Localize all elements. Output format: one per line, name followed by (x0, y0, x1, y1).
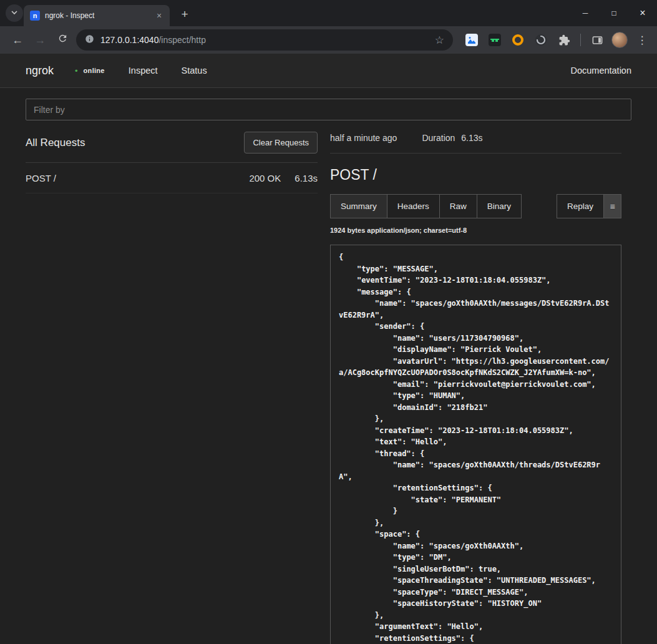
reload-icon (57, 33, 68, 47)
replay-group: Replay ≡ (557, 194, 621, 218)
tab-raw[interactable]: Raw (439, 194, 477, 218)
site-info-icon[interactable] (85, 34, 94, 46)
response-meta: 1924 bytes application/json; charset=utf… (330, 227, 621, 234)
window-close-button[interactable]: × (628, 0, 657, 26)
online-status-dot: • (75, 66, 78, 76)
request-duration: 6.13s (294, 173, 318, 183)
toolbar-divider (580, 34, 581, 46)
requests-panel-title: All Requests (26, 137, 85, 149)
toolbar-icon-cluster: ⋮ (463, 31, 651, 49)
ngrok-header: ngrok • online Inspect Status Documentat… (0, 54, 657, 88)
extensions-puzzle-icon[interactable] (555, 31, 573, 49)
tab-close-icon[interactable]: × (153, 10, 165, 21)
new-tab-button[interactable]: + (176, 6, 193, 23)
tab-search-button[interactable] (6, 4, 23, 22)
ngrok-logo[interactable]: ngrok (26, 64, 54, 77)
replay-menu-toggle[interactable]: ≡ (603, 194, 621, 218)
nav-documentation-link[interactable]: Documentation (570, 66, 631, 76)
browser-tab[interactable]: n ngrok - Inspect × (24, 5, 170, 26)
extension-icon-photos[interactable] (463, 31, 480, 49)
tab-title: ngrok - Inspect (45, 11, 153, 20)
back-button[interactable]: ← (6, 29, 29, 51)
nav-status-link[interactable]: Status (182, 66, 207, 76)
request-duration-wrap: Duration 6.13s (422, 133, 482, 143)
nav-inspect-link[interactable]: Inspect (129, 66, 158, 76)
extension-icon-orange-ring[interactable] (509, 31, 527, 49)
extension-icon-glasses[interactable] (486, 31, 504, 49)
inspect-columns: All Requests Clear Requests POST / 200 O… (26, 127, 631, 644)
tab-summary[interactable]: Summary (330, 194, 387, 218)
duration-value: 6.13s (461, 133, 482, 143)
url-text: 127.0.0.1:4040/inspect/http (100, 35, 206, 45)
url-host: 127.0.0.1:4040 (100, 35, 158, 45)
request-detail-panel: half a minute ago Duration 6.13s POST / … (330, 127, 621, 644)
inspect-content: All Requests Clear Requests POST / 200 O… (0, 88, 657, 644)
bookmark-star-icon[interactable]: ☆ (435, 34, 444, 47)
ngrok-favicon: n (30, 11, 40, 21)
online-status-label: online (84, 67, 105, 74)
tab-binary[interactable]: Binary (477, 194, 522, 218)
duration-label: Duration (422, 133, 455, 143)
url-path: /inspect/http (158, 35, 206, 45)
ngrok-inspect-page: ngrok • online Inspect Status Documentat… (0, 54, 657, 644)
detail-tabs: Summary Headers Raw Binary Replay ≡ (330, 194, 621, 218)
side-panel-icon[interactable] (588, 31, 606, 49)
online-status: • online (75, 66, 105, 76)
request-detail-header: half a minute ago Duration 6.13s (330, 127, 621, 154)
window-controls: ─ □ × (571, 0, 657, 26)
forward-button[interactable]: → (29, 29, 51, 51)
browser-window: n ngrok - Inspect × + ─ □ × ← → 127.0.0.… (0, 0, 657, 644)
browser-toolbar: ← → 127.0.0.1:4040/inspect/http ☆ (0, 26, 657, 54)
chevron-down-icon (11, 7, 18, 19)
replay-button[interactable]: Replay (557, 194, 604, 218)
reload-button[interactable] (51, 29, 74, 51)
request-time-ago: half a minute ago (330, 133, 397, 143)
clear-requests-button[interactable]: Clear Requests (244, 132, 318, 154)
browser-menu-icon[interactable]: ⋮ (633, 31, 651, 49)
maximize-button[interactable]: □ (600, 0, 628, 26)
requests-panel: All Requests Clear Requests POST / 200 O… (26, 127, 318, 644)
hamburger-icon: ≡ (610, 202, 615, 212)
request-title: POST / (330, 167, 621, 183)
address-bar[interactable]: 127.0.0.1:4040/inspect/http ☆ (76, 29, 453, 51)
profile-avatar[interactable] (611, 32, 628, 48)
request-row-right: 200 OK 6.13s (249, 173, 318, 183)
browser-tab-strip: n ngrok - Inspect × + ─ □ × (0, 0, 657, 26)
request-status: 200 OK (249, 173, 281, 183)
requests-panel-header: All Requests Clear Requests (26, 127, 318, 163)
filter-input[interactable] (26, 99, 631, 120)
request-method-path: POST / (26, 173, 56, 183)
minimize-button[interactable]: ─ (571, 0, 600, 26)
extension-icon-swirl[interactable] (532, 31, 550, 49)
request-row[interactable]: POST / 200 OK 6.13s (26, 163, 318, 193)
response-body-json: { "type": "MESSAGE", "eventTime": "2023-… (330, 245, 621, 644)
tab-headers[interactable]: Headers (387, 194, 440, 218)
